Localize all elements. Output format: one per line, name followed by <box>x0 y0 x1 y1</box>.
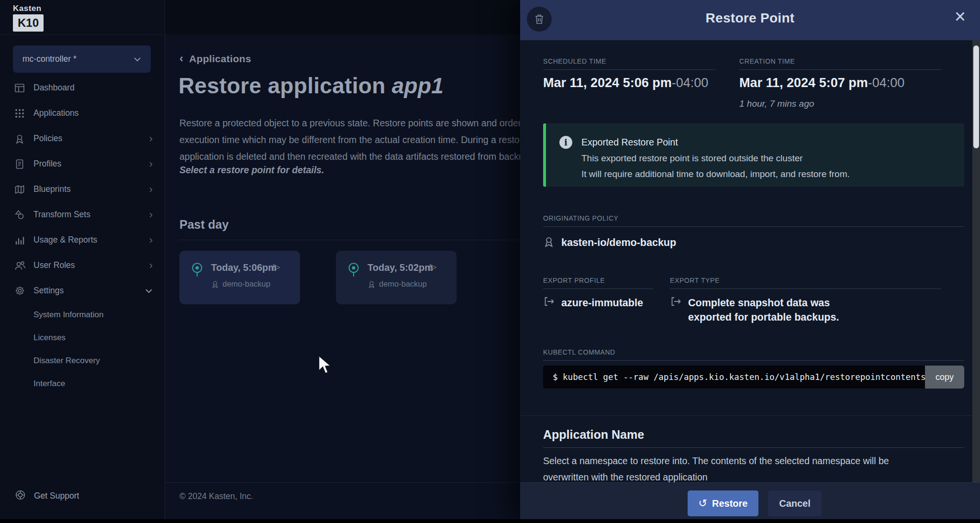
breadcrumb[interactable]: ‹Applications <box>179 52 251 65</box>
section-divider <box>520 415 980 416</box>
letterbox-bar <box>0 519 980 523</box>
user-roles-people-icon <box>14 260 33 271</box>
creation-time-offset: -04:00 <box>868 76 905 90</box>
sidebar-item-interface[interactable]: Interface <box>0 372 165 395</box>
sidebar-item-profiles[interactable]: Profiles › <box>0 151 165 177</box>
sidebar-item-transform-sets[interactable]: Transform Sets › <box>0 202 165 227</box>
notice-line: This exported restore point is stored ou… <box>581 153 803 164</box>
chevron-right-icon: › <box>149 235 153 245</box>
export-icon <box>670 296 681 307</box>
sidebar-item-label: Applications <box>33 108 78 118</box>
sidebar-item-label: Usage & Reports <box>33 235 97 245</box>
chevron-right-icon: › <box>149 134 153 144</box>
close-icon[interactable]: × <box>955 7 966 26</box>
k10-app-window: ‹Applications Restore application app1 R… <box>0 0 980 523</box>
breadcrumb-label: Applications <box>189 53 251 64</box>
usage-bar-chart-icon <box>14 235 33 245</box>
cluster-selector-value: mc-controller * <box>22 54 77 64</box>
policy-badge-icon <box>543 235 555 248</box>
gear-icon <box>14 285 33 296</box>
application-name-description: Select a namespace to restore into. The … <box>543 456 889 467</box>
export-type-value: Complete snapshot data wasexported for p… <box>670 296 839 324</box>
play-icon[interactable]: ▷ <box>273 261 280 272</box>
scheduled-time-value: Mar 11, 2024 5:06 pm-04:00 <box>543 76 708 90</box>
page-description: Restore a protected object to a previous… <box>179 115 546 165</box>
export-icon <box>543 296 555 307</box>
notice-title: Exported Restore Point <box>581 137 678 148</box>
cancel-button[interactable]: Cancel <box>768 490 822 516</box>
cluster-selector[interactable]: mc-controller * <box>13 45 151 73</box>
chevron-right-icon: › <box>149 210 153 220</box>
applications-grid-icon <box>14 108 33 119</box>
sidebar-item-blueprints[interactable]: Blueprints › <box>0 177 165 202</box>
life-ring-icon <box>14 489 26 503</box>
restore-history-icon: ↺ <box>699 497 707 510</box>
originating-policy-value: kasten-io/demo-backup <box>543 235 676 250</box>
panel-scrollbar-track[interactable] <box>972 40 980 523</box>
export-profile-value: azure-immutable <box>543 296 643 310</box>
sidebar-item-system-information[interactable]: System Information <box>0 303 165 326</box>
sidebar-item-user-roles[interactable]: User Roles › <box>0 253 165 278</box>
mouse-cursor <box>317 355 334 378</box>
kubectl-command-bar: $ kubectl get --raw /apis/apps.kio.kaste… <box>543 366 964 389</box>
sidebar-item-applications[interactable]: Applications <box>0 100 165 126</box>
panel-header: Restore Point × <box>520 0 980 40</box>
policy-badge-icon <box>368 280 376 289</box>
chevron-right-icon: › <box>149 184 153 195</box>
page-title: Restore application app1 <box>178 73 444 99</box>
scheduled-time-offset: -04:00 <box>672 76 709 90</box>
sidebar-item-label: Transform Sets <box>33 210 90 220</box>
dashboard-icon <box>14 83 33 93</box>
chevron-right-icon: › <box>149 260 153 271</box>
sidebar-item-label: Profiles <box>33 159 61 169</box>
restore-button[interactable]: ↺ Restore <box>688 490 758 516</box>
exported-restore-point-notice: i Exported Restore Point This exported r… <box>543 123 964 187</box>
description-line: Restore a protected object to a previous… <box>179 115 546 132</box>
sidebar-item-label: Dashboard <box>33 83 75 93</box>
creation-time-value: Mar 11, 2024 5:07 pm-04:00 <box>739 76 904 90</box>
application-name-heading: Application Name <box>543 428 964 448</box>
sidebar-item-licenses[interactable]: Licenses <box>0 326 165 349</box>
chevron-down-icon <box>145 287 153 295</box>
notice-line: It will require additional time to downl… <box>581 169 850 179</box>
sidebar-item-usage-reports[interactable]: Usage & Reports › <box>0 227 165 253</box>
restore-point-policy: demo-backup <box>368 279 427 289</box>
sidebar-item-settings[interactable]: Settings <box>0 278 165 303</box>
sidebar: Kasten K10 mc-controller * Dashboard App… <box>0 0 165 523</box>
restore-point-card-506pm[interactable]: Today, 5:06pm ▷ demo-backup <box>179 251 300 304</box>
get-support-link[interactable]: Get Support <box>14 489 79 503</box>
scheduled-time-label: SCHEDULED TIME <box>543 57 715 70</box>
kasten-k10-logo[interactable]: Kasten K10 <box>13 4 44 32</box>
copy-button[interactable]: copy <box>925 366 964 389</box>
policy-badge-icon <box>211 280 219 289</box>
info-icon: i <box>559 136 572 149</box>
play-icon[interactable]: ▷ <box>430 261 437 272</box>
panel-scrollbar-thumb[interactable] <box>973 45 979 148</box>
export-type-label: EXPORT TYPE <box>670 277 941 289</box>
select-restore-point-hint: Select a restore point for details. <box>179 165 324 176</box>
sidebar-item-disaster-recovery[interactable]: Disaster Recovery <box>0 349 165 372</box>
chevron-down-icon <box>134 55 141 64</box>
application-name-description: overwritten with the restored applicatio… <box>543 472 708 483</box>
export-profile-label: EXPORT PROFILE <box>543 277 653 289</box>
k10-badge: K10 <box>13 14 44 32</box>
description-line: execution time which may be different fr… <box>179 132 546 148</box>
creation-time-label: CREATION TIME <box>739 57 941 70</box>
sidebar-item-label: Settings <box>33 286 64 296</box>
restore-point-time: Today, 5:02pm <box>368 262 433 273</box>
sidebar-item-label: Blueprints <box>33 184 71 194</box>
restore-point-pin-icon <box>345 261 362 280</box>
blueprints-map-icon <box>14 184 33 195</box>
chevron-left-icon: ‹ <box>179 52 183 65</box>
page-title-app-name: app1 <box>392 73 444 98</box>
description-line: application is deleted and then recreate… <box>179 148 546 165</box>
panel-footer: ↺ Restore Cancel <box>520 482 980 523</box>
restore-point-policy: demo-backup <box>211 279 270 289</box>
kubectl-command-text: $ kubectl get --raw /apis/apps.kio.kaste… <box>553 366 961 389</box>
sidebar-item-dashboard[interactable]: Dashboard <box>0 75 165 100</box>
sidebar-item-policies[interactable]: Policies › <box>0 126 165 151</box>
restore-point-pin-icon <box>189 261 205 280</box>
restore-point-card-502pm[interactable]: Today, 5:02pm ▷ demo-backup <box>336 251 457 304</box>
profiles-document-icon <box>14 159 33 169</box>
restore-point-time: Today, 5:06pm <box>211 262 277 273</box>
